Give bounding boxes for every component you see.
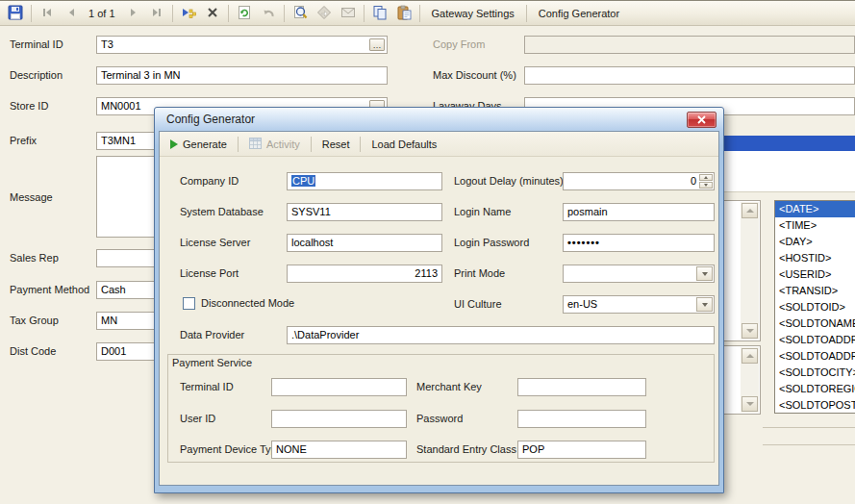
login-name-field[interactable]: posmain — [563, 203, 715, 221]
ps-password-field[interactable] — [517, 410, 646, 428]
spin-up-button[interactable] — [699, 174, 713, 181]
description-field[interactable]: Terminal 3 in MN — [96, 66, 388, 85]
undo-button[interactable] — [257, 3, 280, 24]
payment-method-value: Cash — [101, 284, 126, 295]
copy-button[interactable] — [368, 3, 391, 24]
toolbar-separator — [31, 5, 32, 22]
list-item[interactable]: <TIME> — [775, 217, 855, 234]
vertical-scrollbar[interactable] — [741, 347, 759, 413]
login-password-field[interactable]: ••••••• — [563, 234, 715, 252]
scroll-down-button[interactable] — [742, 396, 758, 412]
previous-record-button[interactable] — [60, 3, 83, 24]
ps-terminal-id-field[interactable] — [271, 378, 407, 396]
next-record-button[interactable] — [121, 3, 144, 24]
terminal-id-label: Terminal ID — [10, 38, 63, 50]
logout-delay-spinner[interactable] — [699, 174, 713, 189]
system-database-value: SYSV11 — [291, 206, 331, 217]
print-mode-label: Print Mode — [454, 267, 505, 279]
license-port-field[interactable]: 2113 — [287, 265, 442, 283]
toolbar-separator — [172, 5, 173, 22]
toolbar-separator — [284, 5, 285, 22]
terminal-id-browse-button[interactable]: … — [369, 38, 385, 51]
copy-icon — [372, 5, 388, 22]
list-item[interactable]: <HOSTID> — [775, 250, 855, 266]
copy-from-label: Copy From — [433, 38, 485, 50]
scroll-up-button[interactable] — [742, 348, 758, 364]
login-name-label: Login Name — [454, 206, 511, 217]
print-preview-button[interactable] — [289, 3, 312, 24]
activity-button[interactable]: Activity — [242, 134, 307, 154]
gateway-settings-button[interactable]: Gateway Settings — [424, 3, 522, 24]
scroll-down-button[interactable] — [742, 323, 758, 339]
new-record-button[interactable] — [177, 3, 200, 24]
ps-user-id-field[interactable] — [271, 410, 407, 428]
list-item[interactable]: <SOLDTOADDRES — [775, 348, 855, 365]
ui-culture-dropdown[interactable]: en-US — [563, 295, 715, 314]
description-value: Terminal 3 in MN — [101, 69, 181, 81]
company-id-field[interactable]: CPU — [287, 172, 442, 190]
license-server-field[interactable]: localhost — [287, 234, 442, 252]
new-record-icon — [181, 6, 196, 21]
login-password-label: Login Password — [454, 237, 529, 248]
license-port-label: License Port — [180, 267, 239, 279]
list-item[interactable]: <SOLDTONAME> — [775, 315, 855, 332]
terminal-id-field[interactable]: T3 … — [96, 36, 388, 54]
ui-culture-value: en-US — [567, 298, 597, 310]
tax-group-label: Tax Group — [10, 315, 59, 326]
load-defaults-button[interactable]: Load Defaults — [365, 134, 443, 154]
payment-service-title: Payment Service — [172, 357, 252, 368]
toolbar-separator — [228, 5, 229, 22]
list-item[interactable]: <USERID> — [775, 266, 855, 283]
send-button[interactable] — [313, 3, 336, 24]
reset-button[interactable]: Reset — [315, 134, 357, 154]
generate-button[interactable]: Generate — [163, 134, 234, 154]
list-item[interactable]: <DATE> — [775, 201, 855, 217]
toolbar-separator — [238, 137, 239, 152]
list-item[interactable]: <TRANSID> — [775, 283, 855, 299]
logout-delay-value: 0 — [691, 175, 696, 187]
vertical-scrollbar[interactable] — [741, 202, 759, 340]
ps-password-label: Password — [416, 413, 463, 424]
email-button[interactable] — [337, 3, 360, 24]
refresh-button[interactable] — [233, 3, 256, 24]
system-database-field[interactable]: SYSV11 — [287, 203, 442, 221]
logout-delay-field[interactable]: 0 — [563, 172, 715, 190]
print-mode-dropdown[interactable] — [563, 265, 715, 283]
dropdown-button[interactable] — [696, 266, 713, 281]
main-toolbar: 1 of 1 — [0, 1, 855, 26]
list-item[interactable]: <SOLDTOREGION — [775, 381, 855, 397]
standard-entry-class-field[interactable]: POP — [517, 441, 646, 459]
token-list[interactable]: <DATE><TIME><DAY><HOSTID><USERID><TRANSI… — [774, 200, 855, 414]
close-icon — [697, 114, 706, 126]
dialog-close-button[interactable] — [687, 112, 717, 128]
scroll-up-button[interactable] — [742, 203, 758, 218]
list-item[interactable]: <SOLDTOCITY> — [775, 365, 855, 381]
last-record-button[interactable] — [145, 3, 168, 24]
dist-code-value: D001 — [101, 345, 126, 357]
config-generator-button[interactable]: Config Generator — [531, 3, 627, 24]
chevron-up-icon — [746, 209, 754, 213]
dropdown-button[interactable] — [696, 297, 713, 312]
payment-device-type-field[interactable]: NONE — [271, 441, 407, 459]
save-button[interactable] — [4, 3, 27, 24]
delete-icon — [206, 6, 219, 21]
list-item[interactable]: <SOLDTOID> — [775, 299, 855, 315]
dialog-titlebar[interactable]: Config Generator — [155, 108, 723, 131]
undo-icon — [261, 6, 276, 21]
company-id-label: Company ID — [180, 175, 239, 187]
data-provider-field[interactable]: .\DataProvider — [287, 326, 715, 344]
disconnected-mode-checkbox[interactable] — [183, 297, 195, 310]
spin-down-button[interactable] — [699, 182, 713, 189]
list-item[interactable]: <SOLDTOPOSTAL — [775, 397, 855, 414]
paste-button[interactable] — [392, 3, 415, 24]
first-record-button[interactable] — [36, 3, 59, 24]
max-discount-field[interactable] — [524, 66, 855, 85]
list-item[interactable]: <DAY> — [775, 234, 855, 250]
send-icon — [316, 5, 332, 22]
last-record-icon — [150, 6, 163, 21]
divider — [763, 444, 855, 445]
list-item[interactable]: <SOLDTOADDRES — [775, 332, 855, 348]
delete-record-button[interactable] — [201, 3, 224, 24]
toolbar-separator — [526, 5, 527, 22]
merchant-key-field[interactable] — [517, 378, 646, 396]
